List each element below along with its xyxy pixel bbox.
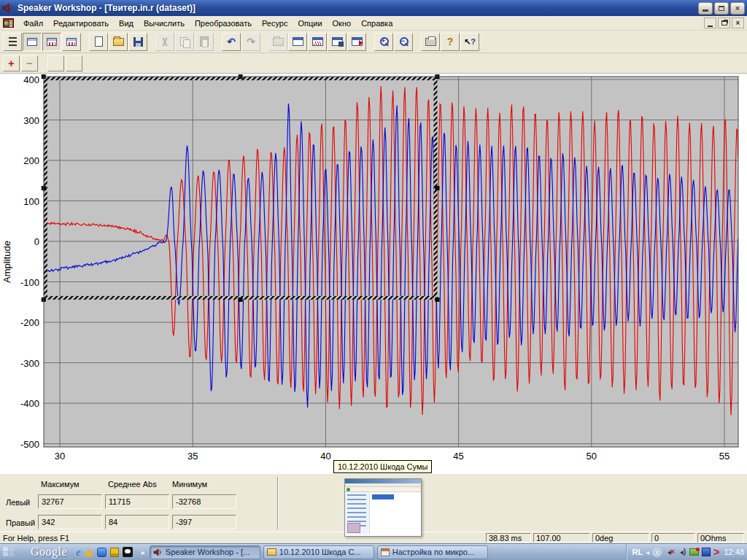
cut-icon <box>160 37 169 47</box>
menu-options[interactable]: Опции <box>293 17 327 30</box>
redo-button[interactable]: ↷ <box>241 33 260 51</box>
save-button[interactable] <box>128 33 147 51</box>
svg-text:200: 200 <box>23 155 39 166</box>
menu-help[interactable]: Справка <box>356 17 398 30</box>
task-button-speaker-workshop[interactable]: Speaker Workshop - [... <box>150 545 260 559</box>
stat-right-max: 342 <box>38 515 102 529</box>
menu-calculate[interactable]: Вычислить <box>139 17 190 30</box>
messenger-icon[interactable] <box>97 548 107 557</box>
svg-text:300: 300 <box>23 115 39 126</box>
blank-button-1[interactable] <box>47 55 64 71</box>
quick-launch-expand-chevron[interactable]: ▸ <box>142 548 145 556</box>
stat-left-min: -32768 <box>172 494 236 509</box>
y-axis-title: Amplitude <box>1 241 12 283</box>
properties-window-button[interactable] <box>288 33 307 51</box>
menu-edit[interactable]: Редактировать <box>48 17 114 30</box>
task-button-label: Speaker Workshop - [... <box>166 548 249 556</box>
outline-view-button[interactable] <box>3 33 22 51</box>
volume-icon[interactable] <box>677 548 686 557</box>
menu-resource[interactable]: Ресурс <box>257 17 293 30</box>
dataset-document-icon[interactable] <box>3 18 14 28</box>
main-toolbar: ↶ ↷ + − ? ↖? <box>0 31 747 53</box>
menu-transform[interactable]: Преобразовать <box>190 17 257 30</box>
open-button[interactable] <box>109 33 128 51</box>
chart-window-icon <box>312 37 323 46</box>
mdi-close-button[interactable]: × <box>732 18 744 28</box>
menu-file[interactable]: Файл <box>18 17 48 30</box>
svg-text:45: 45 <box>453 451 463 462</box>
svg-text:-500: -500 <box>20 439 39 450</box>
menu-view[interactable]: Вид <box>114 17 139 30</box>
zoom-in-button[interactable]: + <box>374 33 393 51</box>
datasheet-grid-button[interactable] <box>42 33 61 51</box>
svg-text:55: 55 <box>719 451 729 462</box>
undo-button[interactable]: ↶ <box>222 33 241 51</box>
close-button[interactable]: × <box>730 2 745 15</box>
internet-explorer-icon[interactable]: e <box>76 547 81 558</box>
system-tray: RL ◂ x > 12:48 <box>626 544 744 560</box>
quick-red-arrow-icon[interactable]: > <box>713 547 719 557</box>
window-preview-thumbnail[interactable] <box>344 478 422 537</box>
delta-triangle-icon[interactable] <box>85 548 93 556</box>
copy-button[interactable] <box>175 33 194 51</box>
zoom-out-button[interactable]: − <box>394 33 413 51</box>
tray-collapse-chevron[interactable]: ◂ <box>646 548 649 556</box>
context-help-button[interactable]: ↖? <box>460 33 479 51</box>
plus-icon: + <box>8 58 15 69</box>
application-window: Speaker Workshop - [Твитер.in.r (dataset… <box>0 0 747 560</box>
start-button[interactable] <box>3 547 15 557</box>
svg-text:0: 0 <box>34 236 39 247</box>
task-button-folder[interactable]: 10.12.2010 Шкода С... <box>263 545 374 559</box>
settings-window-icon <box>381 548 390 556</box>
export-button[interactable] <box>347 33 366 51</box>
task-button-settings[interactable]: Настройка по микро... <box>377 545 488 559</box>
datasheet-values-icon <box>66 38 77 46</box>
language-indicator[interactable]: RL <box>632 548 643 556</box>
mdi-restore-icon <box>721 20 727 26</box>
stat-right-avg: 84 <box>105 515 169 529</box>
open-folder-icon <box>113 38 124 46</box>
robot-app-icon[interactable] <box>110 548 119 557</box>
menu-window[interactable]: Окно <box>328 17 357 30</box>
selection-handle[interactable] <box>435 298 439 302</box>
power-tray-icon[interactable] <box>689 548 699 556</box>
selection-handle[interactable] <box>239 298 243 302</box>
mdi-minimize-button[interactable] <box>704 18 716 28</box>
open-resource-button[interactable] <box>268 33 287 51</box>
cut-button[interactable] <box>155 33 174 51</box>
restore-button[interactable] <box>714 2 729 15</box>
datasheet-values-button[interactable] <box>62 33 81 51</box>
volume-muted-icon[interactable] <box>665 548 674 557</box>
new-button[interactable] <box>89 33 108 51</box>
datasheet-grid-icon <box>47 38 57 46</box>
remote-app-tray-icon[interactable] <box>702 548 711 556</box>
stat-left-max: 32767 <box>38 494 102 509</box>
minimize-icon <box>703 9 708 12</box>
paste-icon <box>200 36 209 47</box>
help-button[interactable]: ? <box>441 33 460 51</box>
google-toolbar-label[interactable]: Google <box>31 545 67 559</box>
skull-app-icon[interactable] <box>123 547 133 557</box>
title-bar: Speaker Workshop - [Твитер.in.r (dataset… <box>0 0 747 16</box>
print-button[interactable] <box>421 33 440 51</box>
paste-button[interactable] <box>195 33 214 51</box>
network-off-icon[interactable]: x <box>652 548 662 557</box>
selection-handle[interactable] <box>435 186 439 190</box>
mdi-minimize-icon <box>708 26 713 27</box>
datasheet-view-button[interactable] <box>23 33 42 51</box>
mdi-restore-button[interactable] <box>718 18 730 28</box>
minimize-button[interactable] <box>698 2 713 15</box>
chart-window-button[interactable] <box>308 33 327 51</box>
remove-node-button[interactable]: − <box>21 55 38 71</box>
blank-button-2[interactable] <box>66 55 82 71</box>
taskbar: Google e ▸ Speaker Workshop - [... 10.12… <box>0 543 747 560</box>
svg-text:35: 35 <box>187 451 198 462</box>
save-icon <box>133 37 143 47</box>
tray-clock: 12:48 <box>724 548 744 556</box>
app-speaker-icon <box>2 2 14 14</box>
save-workspace-button[interactable] <box>328 33 347 51</box>
plot-area[interactable] <box>44 77 738 447</box>
flag-quad <box>3 552 8 556</box>
add-node-button[interactable]: + <box>3 55 20 71</box>
waveform-chart[interactable]: 3035404550554003002001000-100-200-300-40… <box>0 74 747 473</box>
